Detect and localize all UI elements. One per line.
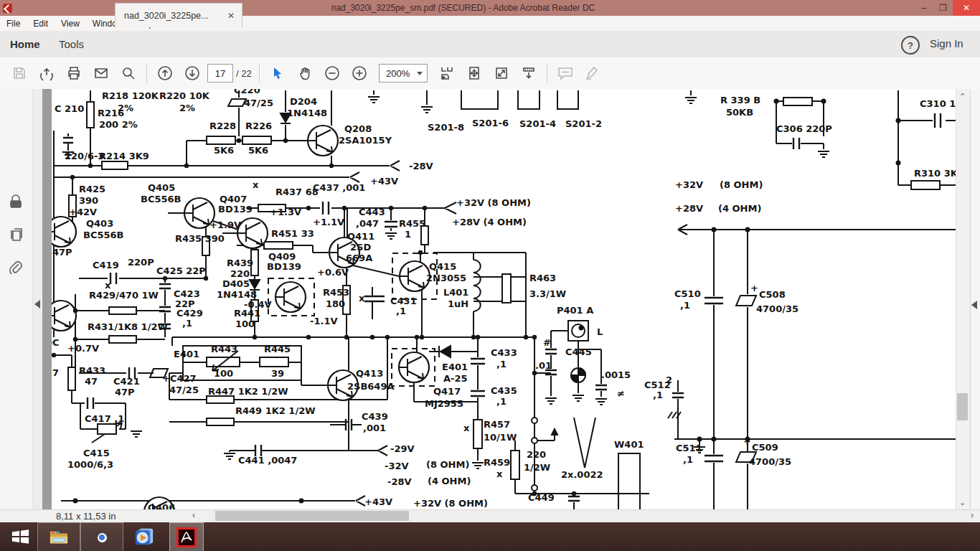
taskbar-file-explorer[interactable] <box>37 522 80 551</box>
schematic-label: ≠ <box>617 388 625 399</box>
schematic-label: +28V <box>675 203 703 214</box>
schematic-label: R447 1K2 1/2W <box>208 386 288 397</box>
document-tab[interactable]: nad_3020i_3225pe... ✕ <box>115 3 242 27</box>
canvas-margin <box>42 89 52 509</box>
restore-button[interactable]: ❐ <box>933 0 953 16</box>
hscroll-right-icon[interactable]: › <box>971 510 974 520</box>
schematic-label: x <box>496 468 503 479</box>
schematic-label: Q407 <box>220 194 247 204</box>
comment-icon[interactable] <box>552 61 579 85</box>
horizontal-scrollbar-thumb[interactable] <box>215 511 409 521</box>
schematic-label: +32V (8 OHM) <box>456 197 531 208</box>
schematic-label: ,1 <box>683 454 693 465</box>
hscroll-left-icon[interactable]: ‹ <box>192 510 195 520</box>
nav-pane-strip[interactable] <box>33 89 42 509</box>
vertical-scrollbar-thumb[interactable] <box>957 393 968 420</box>
page-thumbnails-icon[interactable] <box>8 227 24 242</box>
schematic-label: C421 <box>113 376 140 387</box>
scroll-down-icon[interactable]: ⌄ <box>959 498 966 507</box>
menu-file[interactable]: File <box>0 19 27 29</box>
schematic-label: MJ2955 <box>425 398 463 409</box>
schematic-label: C510 <box>674 288 701 299</box>
schematic-label: R433 <box>79 365 105 376</box>
schematic-label: ,1 <box>653 390 663 400</box>
schematic-label: 2% <box>179 103 195 113</box>
search-icon[interactable] <box>115 61 142 85</box>
schematic-label: # <box>543 337 551 348</box>
tools-pane-strip[interactable] <box>970 89 980 509</box>
schematic-label: R218 120K <box>102 90 159 101</box>
schematic-label: R453 <box>323 287 349 298</box>
taskbar-chrome[interactable] <box>80 522 123 551</box>
page-total-label: / 22 <box>236 68 252 79</box>
security-lock-icon[interactable] <box>8 194 24 209</box>
schematic-label: -28V <box>387 476 412 487</box>
schematic-label: ,1 <box>396 306 406 316</box>
schematic-label: x <box>359 293 365 303</box>
zoom-in-icon[interactable] <box>346 61 373 85</box>
schematic-label: 5K6 <box>248 145 268 156</box>
schematic-label: L <box>597 326 603 337</box>
select-tool-icon[interactable] <box>264 61 291 85</box>
save-icon[interactable] <box>6 61 33 85</box>
tab-home[interactable]: Home <box>10 31 40 57</box>
schematic-label: 7 <box>52 367 59 378</box>
schematic-label: .0015 <box>601 369 631 380</box>
schematic-label: BC556B <box>83 230 124 240</box>
taskbar: ENG US 14:37 22.5.2017 г. <box>0 522 980 551</box>
schematic-label: 1N4148 <box>287 108 327 118</box>
chevron-down-icon <box>417 72 423 75</box>
page-number-input[interactable] <box>207 64 233 83</box>
highlight-icon[interactable] <box>579 61 606 85</box>
schematic-label: A-25 <box>443 373 468 384</box>
page-scrolling-icon[interactable] <box>433 61 461 85</box>
nav-pane-arrow-icon[interactable] <box>34 300 40 309</box>
previous-page-icon[interactable] <box>151 61 179 85</box>
next-page-icon[interactable] <box>179 61 206 85</box>
schematic-label: x <box>463 423 470 433</box>
read-mode-icon[interactable] <box>515 61 542 85</box>
schematic-label: Q208 <box>344 123 372 134</box>
schematic-label: 2 <box>666 375 672 385</box>
attachments-paperclip-icon[interactable] <box>8 260 24 276</box>
tab-tools[interactable]: Tools <box>59 31 84 57</box>
taskbar-acrobat-reader[interactable] <box>169 522 204 551</box>
menu-view[interactable]: View <box>55 19 86 29</box>
email-icon[interactable] <box>88 61 115 85</box>
fit-page-icon[interactable] <box>461 61 488 85</box>
tools-pane-arrow-icon[interactable] <box>971 301 977 309</box>
schematic-label: C220 <box>234 89 260 95</box>
sign-in-button[interactable]: Sign In <box>930 37 963 50</box>
taskbar-media-player[interactable] <box>128 522 161 551</box>
close-button[interactable]: ✕ <box>953 0 980 16</box>
menu-edit[interactable]: Edit <box>27 19 55 29</box>
schematic-label: +43V <box>370 176 398 187</box>
schematic-label: R214 3K9 <box>99 151 149 161</box>
hand-tool-icon[interactable] <box>291 61 319 85</box>
tab-close-icon[interactable]: ✕ <box>220 11 242 21</box>
schematic-label: 220 <box>527 449 546 460</box>
schematic-label: 100 <box>235 319 255 329</box>
schematic-label: R455 <box>399 218 425 229</box>
schematic-label: 1uH <box>448 298 468 309</box>
schematic-label: 390 <box>79 195 98 206</box>
scroll-up-icon[interactable]: ⌃ <box>959 92 966 101</box>
schematic-label: ,1 <box>680 300 690 311</box>
minimize-button[interactable]: – <box>914 0 933 16</box>
share-upload-icon[interactable] <box>33 61 60 85</box>
schematic-label: 220P <box>128 257 154 268</box>
schematic-label: S201-2 <box>565 118 602 129</box>
zoom-out-icon[interactable] <box>319 61 346 85</box>
schematic-label: 2N3055 <box>426 273 466 283</box>
start-button[interactable] <box>4 522 36 551</box>
zoom-level-select[interactable]: 200% <box>379 64 428 83</box>
schematic-label: 5K6 <box>214 145 234 156</box>
schematic-label: +32V <box>675 179 703 190</box>
schematic-label: R226 <box>245 121 272 131</box>
help-icon[interactable]: ? <box>901 36 920 55</box>
print-icon[interactable] <box>60 61 88 85</box>
schematic-label: C415 <box>83 448 110 458</box>
fullscreen-icon[interactable] <box>488 61 515 85</box>
vertical-scrollbar[interactable] <box>956 89 970 509</box>
schematic-label: Q403 <box>86 218 113 229</box>
